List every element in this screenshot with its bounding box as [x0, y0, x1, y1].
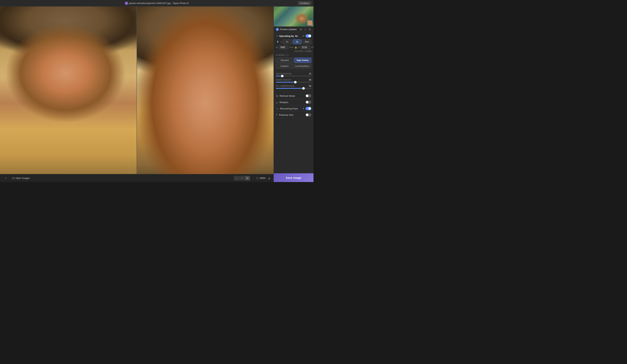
minor-deblur-fill [276, 82, 295, 83]
minor-denoise-row: MINOR DENOISE 11 [276, 72, 311, 76]
mult-max-button[interactable]: Max [303, 39, 311, 44]
preview-action-icons: ⊞ ⤢ ⚙ [300, 28, 311, 31]
chevron-up-icon [4, 177, 7, 180]
preview-row: ✓ Preview Updated ⊞ ⤢ ⚙ [274, 27, 314, 33]
minor-deblur-thumb[interactable] [294, 81, 297, 84]
thumbnail-badge [307, 20, 313, 25]
minor-denoise-value: 11 [309, 72, 311, 75]
right-panel: ⋮ ✓ Preview Updated ⊞ ⤢ ⚙ ↗ Upscaling by… [273, 6, 314, 182]
sharpen-row: △ Sharpen [274, 99, 314, 105]
image-panel-right[interactable] [137, 6, 273, 182]
remove-noise-toggle[interactable] [306, 94, 311, 97]
view-side-by-side-button[interactable] [245, 176, 250, 180]
preserve-text-label: Preserve Text [279, 114, 304, 116]
upscaling-num: 6 [276, 40, 279, 43]
expand-button[interactable]: ⤢ [304, 28, 307, 31]
filesize-label: FILE SIZE: ~12.8MB [276, 50, 311, 52]
sharpen-toggle[interactable] [306, 100, 311, 104]
open-images-label: Open Images [16, 177, 30, 180]
mult-2x-button[interactable]: 2x [283, 39, 292, 44]
graphics-model-button[interactable]: Graphics [276, 63, 293, 69]
width-unit: PX ▾ [289, 46, 294, 49]
main-layout: Open Images [0, 6, 314, 182]
recovering-face-dot [303, 108, 304, 109]
remove-noise-icon: ◎ [276, 94, 278, 97]
save-image-button[interactable]: Save Image [274, 173, 314, 182]
ai-model-info-icon[interactable]: i [286, 54, 289, 56]
minor-deblur-label: MINOR DEBLUR [276, 79, 291, 81]
zoom-chevron-button[interactable]: ▲ [268, 177, 271, 180]
lock-icon: 🔒 [295, 46, 297, 49]
upscale-icon: ↗ [276, 35, 278, 37]
recovering-face-row: ☺ Recovering Face [274, 105, 314, 112]
recovering-face-icon: ☺ [276, 107, 278, 110]
fix-compression-fill [276, 88, 304, 89]
fix-compression-thumb[interactable] [302, 87, 305, 90]
upscaling-toggle[interactable] [306, 34, 311, 38]
height-label: H [298, 46, 300, 48]
recovering-face-toggle[interactable] [306, 107, 311, 110]
fix-compression-track[interactable] [276, 88, 311, 89]
fix-compression-label: FIX COMPRESSION [276, 85, 294, 87]
more-options-button[interactable]: ⋮ [310, 8, 313, 10]
title-text: pexels-veronika-bykovich-10401037.jpg - … [129, 2, 189, 4]
open-images-button[interactable]: Open Images [10, 176, 31, 180]
height-input[interactable] [301, 46, 310, 49]
high-fidelity-model-button[interactable]: High Fidelity [294, 58, 312, 63]
undo-button[interactable]: ↺ [302, 35, 304, 37]
view-single-button[interactable] [234, 176, 239, 180]
view-mode-buttons [234, 176, 250, 180]
settings-button[interactable]: ⚙ [308, 28, 311, 31]
mult-4x-button[interactable]: 4x [293, 39, 301, 44]
image-panel-left[interactable] [0, 6, 137, 182]
minor-deblur-value: 35 [309, 79, 311, 81]
minor-deblur-header: MINOR DEBLUR 35 [276, 79, 311, 81]
preview-check-icon: ✓ [276, 28, 279, 31]
upscaling-header: ↗ Upscaling by 6x ↺ [276, 34, 311, 38]
upscaling-section: ↗ Upscaling by 6x ↺ 6 x 2x 4x Max W [274, 33, 314, 71]
toolbar-separator [253, 176, 253, 180]
original-face [0, 6, 137, 182]
dimensions-row: W PX ▾ 🔒 H PX ▾ [276, 46, 311, 49]
side-by-side-icon [247, 177, 248, 179]
zoom-level: 200% [260, 177, 265, 180]
upscaling-title: Upscaling by 6x [279, 35, 301, 37]
processed-image [137, 6, 273, 182]
zoom-control: 200% [256, 177, 265, 180]
recovering-face-label: Recovering Face [280, 107, 302, 110]
svg-rect-4 [247, 178, 247, 179]
width-input[interactable] [279, 46, 288, 49]
preserve-text-toggle[interactable] [306, 113, 311, 117]
svg-rect-0 [12, 178, 14, 179]
minor-deblur-row: MINOR DEBLUR 35 [276, 79, 311, 83]
titlebar: T pexels-veronika-bykovich-10401037.jpg … [0, 0, 314, 6]
standard-model-button[interactable]: Standard [276, 58, 293, 63]
multiplier-x-label: x [281, 41, 282, 43]
minor-denoise-track[interactable] [276, 76, 311, 76]
height-unit: PX ▾ [311, 46, 314, 49]
view-split-button[interactable] [239, 176, 245, 180]
crop-button[interactable]: ⊞ [300, 28, 302, 31]
zoom-icon [256, 177, 259, 180]
low-resolution-model-button[interactable]: Low Resolution [294, 63, 312, 69]
collapse-panel-button[interactable] [3, 176, 8, 180]
remove-noise-row: ◎ Remove Noise [274, 93, 314, 99]
model-grid: Standard High Fidelity Graphics Low Reso… [276, 58, 311, 69]
svg-point-6 [256, 177, 258, 179]
fix-compression-header: FIX COMPRESSION 61 [276, 85, 311, 87]
remove-noise-label: Remove Noise [279, 94, 304, 97]
canvas-area: Open Images [0, 6, 273, 182]
upscaling-label-text: Upscaling by [279, 35, 294, 37]
minor-denoise-header: MINOR DENOISE 11 [276, 72, 311, 75]
app-title: T pexels-veronika-bykovich-10401037.jpg … [125, 2, 189, 5]
image-compare [0, 6, 273, 182]
sharpen-label: Sharpen [279, 101, 304, 104]
ai-model-section: AI MODEL i Standard High Fidelity Graphi… [276, 54, 311, 69]
upscaling-factor: 6x [295, 35, 298, 37]
svg-line-7 [258, 179, 258, 179]
feedback-button[interactable]: Feedback [298, 1, 311, 5]
minor-deblur-track[interactable] [276, 82, 311, 83]
minor-denoise-thumb[interactable] [281, 75, 284, 77]
fix-compression-row: FIX COMPRESSION 61 [276, 85, 311, 89]
svg-rect-5 [248, 178, 248, 179]
